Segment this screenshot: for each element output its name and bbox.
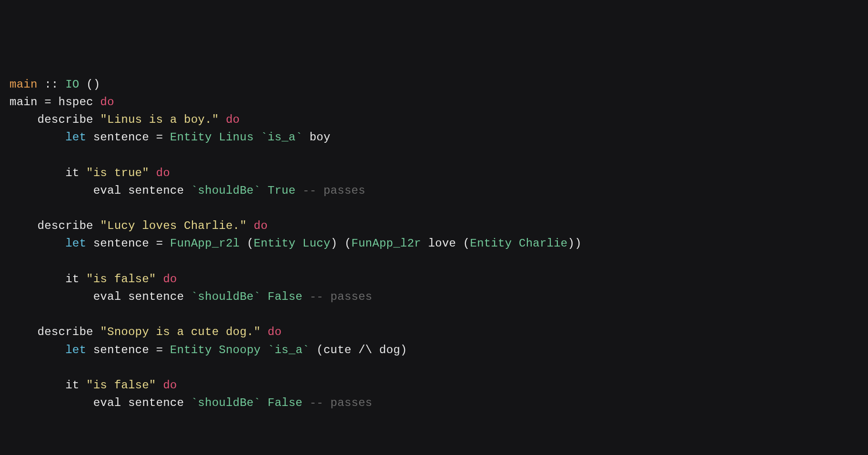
space <box>156 273 163 286</box>
code-text: sentence = <box>86 131 170 144</box>
string-literal: "is false" <box>86 379 156 392</box>
keyword-let: let <box>65 237 86 250</box>
constructor: Entity <box>170 344 212 356</box>
space <box>261 344 268 356</box>
code-text: describe <box>10 326 100 338</box>
constructor: Snoopy <box>219 344 261 356</box>
keyword-do: do <box>163 379 177 392</box>
code-text: main = hspec <box>10 96 100 109</box>
keyword-do: do <box>163 273 177 286</box>
code-text: boy <box>303 131 331 144</box>
code-text: eval sentence <box>10 184 191 197</box>
constructor: Charlie <box>519 237 568 250</box>
space <box>261 184 268 197</box>
code-text: (cute /\ dog) <box>310 344 407 356</box>
space <box>149 167 156 179</box>
string-literal: "Linus is a boy." <box>100 113 219 126</box>
space <box>212 344 219 356</box>
constructor: Linus <box>219 131 253 144</box>
code-line: eval sentence `shouldBe` False -- passes <box>10 396 372 409</box>
code-line: let sentence = FunApp_r2l (Entity Lucy) … <box>10 237 582 250</box>
infix-function: `shouldBe` <box>191 290 261 303</box>
constructor: False <box>268 290 303 303</box>
constructor: Entity <box>254 237 296 250</box>
code-line: eval sentence `shouldBe` False -- passes <box>10 290 372 303</box>
code-line: let sentence = Entity Snoopy `is_a` (cut… <box>10 344 407 356</box>
space <box>303 290 310 303</box>
space <box>303 396 310 409</box>
code-line: eval sentence `shouldBe` True -- passes <box>10 184 365 197</box>
space <box>254 131 261 144</box>
paren: ) ( <box>331 237 352 250</box>
code-block: main :: IO () main = hspec do describe "… <box>10 76 858 412</box>
paren: )) <box>568 237 582 250</box>
constructor: FunApp_l2r <box>352 237 421 250</box>
space <box>295 237 303 250</box>
code-line: it "is false" do <box>10 379 177 392</box>
constructor: Entity <box>170 131 212 144</box>
space <box>261 396 268 409</box>
operator: :: <box>38 78 66 91</box>
space <box>156 379 163 392</box>
space <box>261 290 268 303</box>
keyword-do: do <box>156 167 170 179</box>
infix-function: `is_a` <box>261 131 303 144</box>
comment: -- passes <box>310 396 373 409</box>
code-line: main :: IO () <box>10 78 100 91</box>
code-text: it <box>10 379 86 392</box>
infix-function: `shouldBe` <box>191 396 261 409</box>
code-text: it <box>10 273 86 286</box>
keyword-let: let <box>65 344 86 356</box>
keyword-do: do <box>100 96 114 109</box>
space <box>219 113 226 126</box>
code-line: it "is false" do <box>10 273 177 286</box>
keyword-do: do <box>268 326 282 338</box>
keyword-do: do <box>254 219 268 232</box>
space <box>261 326 268 338</box>
code-text: eval sentence <box>10 396 191 409</box>
code-line: it "is true" do <box>10 167 170 179</box>
code-line: describe "Lucy loves Charlie." do <box>10 219 268 232</box>
string-literal: "is true" <box>86 167 149 179</box>
keyword-let: let <box>65 131 86 144</box>
unit-type: () <box>79 78 100 91</box>
identifier: main <box>10 78 38 91</box>
paren: ( <box>240 237 253 250</box>
code-text: love ( <box>421 237 470 250</box>
infix-function: `is_a` <box>268 344 310 356</box>
space <box>212 131 219 144</box>
infix-function: `shouldBe` <box>191 184 261 197</box>
keyword-do: do <box>226 113 240 126</box>
indent <box>10 344 65 356</box>
string-literal: "is false" <box>86 273 156 286</box>
code-line: describe "Snoopy is a cute dog." do <box>10 326 282 338</box>
code-text: sentence = <box>86 344 170 356</box>
constructor: True <box>268 184 296 197</box>
type: IO <box>65 78 79 91</box>
indent <box>10 131 65 144</box>
code-text: sentence = <box>86 237 170 250</box>
code-text: describe <box>10 113 100 126</box>
string-literal: "Snoopy is a cute dog." <box>100 326 261 338</box>
constructor: FunApp_r2l <box>170 237 240 250</box>
indent <box>10 237 65 250</box>
code-line: let sentence = Entity Linus `is_a` boy <box>10 131 331 144</box>
constructor: False <box>268 396 303 409</box>
code-line: main = hspec do <box>10 96 114 109</box>
comment: -- passes <box>303 184 365 197</box>
constructor: Lucy <box>303 237 331 250</box>
code-text: eval sentence <box>10 290 191 303</box>
space <box>295 184 303 197</box>
code-text: describe <box>10 219 100 232</box>
string-literal: "Lucy loves Charlie." <box>100 219 247 232</box>
space <box>247 219 254 232</box>
comment: -- passes <box>310 290 373 303</box>
code-line: describe "Linus is a boy." do <box>10 113 240 126</box>
space <box>512 237 519 250</box>
code-text: it <box>10 167 86 179</box>
constructor: Entity <box>470 237 512 250</box>
